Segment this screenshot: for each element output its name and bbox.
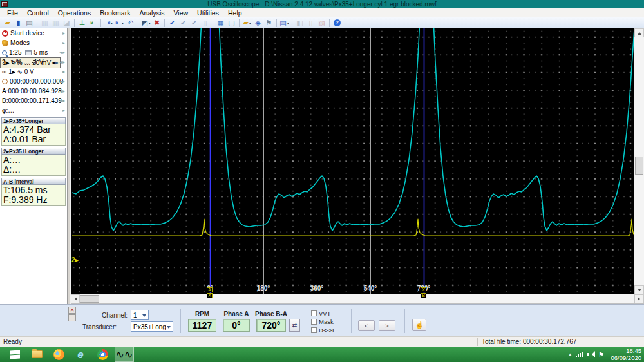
menu-help[interactable]: Help bbox=[223, 9, 247, 17]
scroll-left-button[interactable] bbox=[71, 294, 80, 303]
ruler-button[interactable]: ▤▾ bbox=[279, 18, 290, 28]
reject-all-button[interactable]: ✔ bbox=[189, 18, 200, 28]
accept-all-button[interactable]: ✔ bbox=[178, 18, 189, 28]
firefox-taskbar-button[interactable] bbox=[49, 347, 68, 362]
cursor-marker-bottom-2[interactable]: B bbox=[421, 293, 426, 298]
horizontal-scroll-thumb[interactable] bbox=[80, 295, 99, 303]
measurement-value: Δ:… bbox=[3, 165, 64, 175]
marker-button[interactable]: ◈ bbox=[252, 18, 263, 28]
save-file-icon: ▮ bbox=[16, 19, 20, 26]
channel2-zero-marker[interactable]: 2▸ bbox=[71, 256, 79, 263]
undo-button[interactable]: ↶ bbox=[125, 18, 136, 28]
interval-panel-header[interactable]: A-B interval bbox=[1, 178, 66, 185]
volume-icon[interactable] bbox=[587, 351, 594, 357]
menu-bookmark[interactable]: Bookmark bbox=[95, 9, 135, 17]
pan-hand-button[interactable]: ☝ bbox=[412, 319, 426, 331]
network-icon[interactable] bbox=[576, 351, 583, 357]
scale-voltage-button[interactable]: ⇥▾ bbox=[103, 18, 114, 28]
channel1-measure-panel-body: A:4.374 BarΔ:0.01 Bar bbox=[1, 124, 66, 146]
channel-select[interactable]: 1 bbox=[131, 310, 149, 320]
measurement-value: A:4.374 Bar bbox=[3, 125, 64, 135]
cursor-b-row[interactable]: B:000:00:00.171.439◂▸ bbox=[0, 96, 67, 106]
scroll-up-button[interactable] bbox=[634, 28, 644, 37]
row-stepper-arrows[interactable]: ▸ bbox=[62, 40, 66, 46]
control-bar: ✕ Channel: 1 Transducer: Px35+Long RPM 1… bbox=[0, 304, 644, 336]
time-position-row[interactable]: 000:00:00.000.000◂▸ bbox=[0, 77, 67, 86]
row-stepper-arrows[interactable]: ◂▸ bbox=[59, 98, 66, 104]
menu-operations[interactable]: Operations bbox=[53, 9, 95, 17]
channel1-measure-panel-header[interactable]: 1▸Px35+Longer bbox=[1, 117, 66, 124]
comment-button[interactable]: ▢ bbox=[226, 18, 237, 28]
dl-checkbox[interactable]: D<->L bbox=[311, 327, 336, 334]
row-stepper-arrows[interactable]: ▸ bbox=[62, 69, 66, 75]
cursor-marker-top-1[interactable]: A bbox=[207, 287, 213, 292]
accept-button[interactable]: ✔ bbox=[167, 18, 178, 28]
oscilloscope-taskbar-button[interactable]: ∿∿ bbox=[115, 347, 134, 362]
phi-row[interactable]: φ:…▸ bbox=[0, 106, 67, 115]
horizontal-scrollbar[interactable] bbox=[71, 294, 634, 303]
scroll-right-button[interactable] bbox=[634, 294, 644, 303]
dropdown-arrow-icon: ▾ bbox=[149, 21, 151, 25]
row-stepper-arrows[interactable]: ◂▸ bbox=[59, 88, 66, 94]
transducer-value: Px35+Long bbox=[133, 323, 166, 330]
mask-checkbox[interactable]: Mask bbox=[311, 318, 334, 325]
taskbar-clock[interactable]: 18:45 06/09/2020 bbox=[611, 347, 641, 361]
explorer-taskbar-button[interactable] bbox=[27, 347, 46, 362]
row-stepper-arrows[interactable]: ▸ bbox=[62, 108, 66, 113]
next-cycle-button[interactable]: > bbox=[379, 320, 395, 331]
oscilloscope-display[interactable]: 2▸ 0°180°360°540°720° bbox=[71, 28, 634, 294]
menu-utilities[interactable]: Utilities bbox=[193, 9, 223, 17]
chrome-taskbar-button[interactable] bbox=[93, 347, 112, 362]
zoom-sweep-row-label: 1:25 bbox=[9, 49, 21, 56]
transducer-select[interactable]: Px35+Long bbox=[131, 321, 173, 332]
start-button[interactable] bbox=[5, 347, 24, 362]
vertical-scroll-thumb[interactable] bbox=[635, 157, 643, 175]
vertical-measure-button[interactable]: ⊥ bbox=[77, 18, 88, 28]
channel2-measure-panel-header[interactable]: 2▸Px35+Longer bbox=[1, 148, 66, 155]
distance-measure-button[interactable]: ⇄ bbox=[289, 319, 300, 332]
row-stepper-arrows[interactable]: ◂▸ bbox=[59, 59, 66, 65]
start-device-row[interactable]: Start device▸ bbox=[0, 28, 67, 38]
row-stepper-arrows[interactable]: ◂▸ bbox=[59, 50, 66, 55]
cursor-marker-top-2[interactable]: X bbox=[421, 287, 426, 292]
print-button[interactable]: ▤ bbox=[24, 18, 35, 28]
row-stepper-arrows[interactable]: ▸ bbox=[62, 30, 66, 36]
menu-file[interactable]: File bbox=[3, 9, 23, 17]
cursor-a-row[interactable]: A:000:00:00.084.928◂▸ bbox=[0, 86, 67, 96]
zoom-view-button[interactable]: ◩▾ bbox=[140, 18, 151, 28]
close-view-button[interactable]: ✖ bbox=[151, 18, 162, 28]
menu-analysis[interactable]: Analysis bbox=[135, 9, 169, 17]
start-device-row-label: Start device bbox=[10, 30, 44, 37]
prev-cycle-button[interactable]: < bbox=[358, 320, 375, 331]
tray-chevron-icon[interactable]: ▴ bbox=[569, 352, 572, 357]
help-button[interactable]: ? bbox=[332, 18, 343, 28]
sync-row[interactable]: ∞1▸ ∿ 0 V▸ bbox=[0, 67, 67, 77]
degree-label-540: 540° bbox=[364, 285, 377, 292]
save-file-button[interactable]: ▮ bbox=[13, 18, 24, 28]
menu-view[interactable]: View bbox=[169, 9, 193, 17]
zoom-sweep-row[interactable]: 1:255 ms◂▸ bbox=[0, 48, 67, 57]
action-center-flag-icon[interactable]: ⚑ bbox=[598, 351, 604, 358]
right-arrow-icon bbox=[638, 297, 642, 301]
row-stepper-arrows[interactable]: ◂▸ bbox=[59, 79, 66, 84]
modes-row[interactable]: Modes▸ bbox=[0, 38, 67, 48]
clock-time: 18:45 bbox=[611, 347, 641, 354]
open-script-button[interactable]: ▰▾ bbox=[242, 18, 252, 28]
cursor-marker-bottom-1[interactable]: X bbox=[207, 293, 213, 298]
open-file-button[interactable]: ▰ bbox=[2, 18, 13, 28]
oscilloscope-icon: ∿∿ bbox=[116, 348, 133, 361]
open-file-icon: ▰ bbox=[5, 19, 10, 26]
script-grid-button[interactable]: ▦ bbox=[215, 18, 226, 28]
pin-panel-button[interactable] bbox=[68, 314, 76, 321]
bookmark-flag-button[interactable]: ⚑ bbox=[263, 18, 274, 28]
scroll-down-button[interactable] bbox=[634, 285, 644, 294]
channel2-row[interactable]: 2▸ ↻% … -1 V◂▸ bbox=[0, 57, 67, 67]
close-panel-button[interactable]: ✕ bbox=[68, 307, 76, 314]
channel-value: 1 bbox=[133, 312, 137, 319]
vvt-checkbox[interactable]: VVT bbox=[311, 310, 330, 317]
horizontal-measure-button[interactable]: ⇤ bbox=[88, 18, 99, 28]
toolbar-separator bbox=[74, 19, 75, 27]
ie-taskbar-button[interactable]: e bbox=[71, 347, 90, 362]
scale-time-button[interactable]: ⇤▾ bbox=[114, 18, 125, 28]
menu-control[interactable]: Control bbox=[23, 9, 53, 17]
